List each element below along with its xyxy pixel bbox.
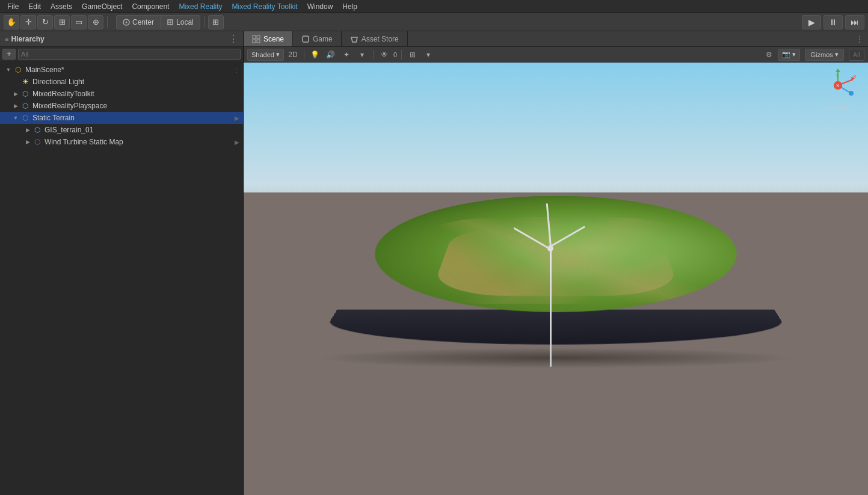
store-tab-icon [350, 35, 359, 43]
toolbar-separator-1 [107, 16, 108, 28]
menu-window[interactable]: Window [303, 1, 338, 12]
hierarchy-item-mrplayspace[interactable]: ▶ ⬡ MixedRealityPlayspace [0, 100, 243, 112]
scene-tab-menu[interactable]: ⋮ [851, 31, 868, 46]
scene-view: Scene Game Asset Store ⋮ Shaded ▾ [244, 31, 868, 495]
svg-text:Y: Y [836, 73, 839, 78]
center-icon [123, 19, 130, 26]
hierarchy-item-directional-light[interactable]: ▶ ☀ Directional Light [0, 76, 243, 88]
scene-grid-btn[interactable]: ⊞ [406, 49, 419, 61]
gizmos-button[interactable]: Gizmos ▾ [805, 49, 843, 61]
tool-hand[interactable]: ✋ [4, 15, 19, 29]
menu-bar: File Edit Assets GameObject Component Mi… [0, 0, 868, 13]
svg-rect-6 [257, 35, 260, 38]
scene-fx-chevron[interactable]: ▾ [356, 49, 369, 61]
pivot-local-btn[interactable]: Local [161, 16, 200, 29]
svg-rect-8 [257, 40, 260, 43]
hierarchy-toolbar: + [0, 47, 243, 61]
scene-tabs: Scene Game Asset Store ⋮ [244, 31, 868, 47]
tool-move[interactable]: ✛ [20, 15, 36, 29]
hierarchy-content: ▼ ⬡ MainScene* ⋮ ▶ ☀ Directional Light ▶… [0, 61, 243, 495]
tree-more-st: ▶ [235, 115, 243, 121]
tab-scene[interactable]: Scene [244, 31, 293, 46]
tree-arrow-st: ▼ [12, 114, 19, 121]
menu-file[interactable]: File [2, 1, 23, 12]
svg-point-1 [126, 21, 128, 23]
scene-grid-chevron[interactable]: ▾ [422, 49, 435, 61]
local-icon [167, 19, 174, 26]
tree-arrow-mrp: ▶ [12, 102, 19, 109]
play-controls: ▶ ⏸ ⏭ [802, 15, 864, 29]
tool-transform[interactable]: ⊕ [88, 15, 103, 29]
hierarchy-menu-button[interactable]: ⋮ [229, 34, 238, 44]
directional-light-icon: ☀ [20, 77, 30, 87]
menu-help[interactable]: Help [337, 1, 362, 12]
gizmo-svg: Y X X [817, 67, 859, 103]
svg-point-17 [849, 91, 854, 96]
scene-fx-btn[interactable]: ✦ [340, 49, 353, 61]
game-tab-icon [301, 35, 310, 43]
mainscene-icon: ⬡ [13, 65, 23, 75]
scene-toolbar: Shaded ▾ 2D 💡 🔊 ✦ ▾ 👁 0 ⊞ ▾ ⚙ 📷 ▾ [244, 47, 868, 63]
camera-chevron: ▾ [792, 51, 796, 58]
camera-dropdown[interactable]: 📷 ▾ [778, 49, 800, 61]
hierarchy-item-mainscene[interactable]: ▼ ⬡ MainScene* ⋮ [0, 64, 243, 76]
svg-text:X: X [836, 83, 840, 88]
shading-chevron: ▾ [276, 51, 280, 58]
tree-arrow-mrt: ▶ [12, 90, 19, 97]
toolbar: ✋ ✛ ↻ ⊞ ▭ ⊕ Center Local ⊞ ▶ ⏸ [0, 13, 868, 31]
mrplayspace-icon: ⬡ [20, 101, 30, 111]
tool-rect[interactable]: ▭ [71, 15, 87, 29]
toolbar-separator-2 [204, 16, 205, 28]
hierarchy-add-button[interactable]: + [2, 49, 16, 60]
scene-search-input[interactable]: All [849, 49, 864, 61]
scene-2d-button[interactable]: 2D [286, 49, 300, 61]
static-terrain-icon: ⬡ [20, 113, 30, 123]
tool-rotate[interactable]: ↻ [37, 15, 53, 29]
scene-canvas[interactable]: Y X X < Persp [244, 63, 868, 495]
scene-separator-3 [401, 50, 402, 60]
menu-component[interactable]: Component [127, 1, 174, 12]
hierarchy-item-wind-turbine[interactable]: ▶ ⬡ Wind Turbine Static Map ▶ [0, 136, 243, 148]
scene-occlusion-btn[interactable]: 👁 [378, 49, 391, 61]
tab-game[interactable]: Game [293, 31, 342, 46]
mrtoolkit-icon: ⬡ [20, 89, 30, 99]
tree-arrow-wind: ▶ [24, 138, 31, 146]
hierarchy-header: ≡ Hierarchy ⋮ [0, 31, 243, 47]
tab-asset-store[interactable]: Asset Store [342, 31, 408, 46]
hierarchy-panel: ≡ Hierarchy ⋮ + ▼ ⬡ MainScene* ⋮ ▶ ☀ Dir… [0, 31, 244, 495]
menu-mixed-reality[interactable]: Mixed Reality [174, 1, 227, 12]
gizmos-chevron: ▾ [835, 51, 839, 58]
menu-gameobject[interactable]: GameObject [77, 1, 127, 12]
tool-scale[interactable]: ⊞ [54, 15, 70, 29]
menu-mixed-reality-toolkit[interactable]: Mixed Reality Toolkit [227, 1, 302, 12]
scene-settings-btn[interactable]: ⚙ [762, 49, 775, 61]
svg-text:X: X [853, 74, 857, 79]
hierarchy-search-input[interactable] [18, 49, 241, 60]
scene-separator-2 [373, 50, 374, 60]
menu-assets[interactable]: Assets [46, 1, 77, 12]
hierarchy-item-mrtoolkit[interactable]: ▶ ⬡ MixedRealityToolkit [0, 88, 243, 100]
svg-rect-7 [253, 40, 256, 43]
step-button[interactable]: ⏭ [845, 15, 864, 29]
hierarchy-item-static-terrain[interactable]: ▼ ⬡ Static Terrain ▶ [0, 112, 243, 124]
menu-edit[interactable]: Edit [23, 1, 46, 12]
hierarchy-item-gis-terrain[interactable]: ▶ ⬡ GIS_terrain_01 [0, 124, 243, 136]
play-button[interactable]: ▶ [802, 15, 821, 29]
scene-audio-btn[interactable]: 🔊 [324, 49, 337, 61]
turbine-pole [550, 247, 552, 366]
pivot-center-btn[interactable]: Center [117, 16, 161, 29]
pivot-group: Center Local [116, 15, 200, 29]
svg-rect-9 [303, 36, 309, 42]
gis-terrain-icon: ⬡ [32, 125, 42, 135]
tree-more-mainscene: ⋮ [233, 67, 243, 73]
scene-light-btn[interactable]: 💡 [309, 49, 322, 61]
shading-dropdown[interactable]: Shaded ▾ [247, 49, 284, 61]
sky-background [244, 63, 868, 214]
scene-separator-1 [304, 50, 304, 60]
tool-extra[interactable]: ⊞ [208, 15, 224, 29]
hierarchy-collapse-icon[interactable]: ≡ [5, 35, 8, 43]
pause-button[interactable]: ⏸ [823, 15, 843, 29]
disc-shadow [309, 348, 802, 368]
persp-label: < Persp [828, 105, 849, 111]
gizmo-widget: Y X X < Persp [814, 67, 862, 115]
